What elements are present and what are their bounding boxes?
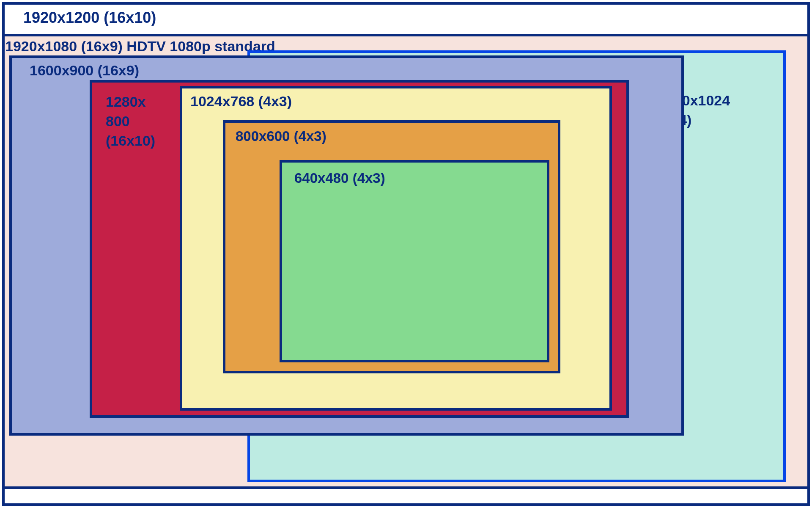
resolution-diagram: 812x508 (16x10) 1920x1080 (16x9) HDTV … xyxy=(0,0,812,508)
label-1920x1080: 1920x1080 (16x9) HDTV 1080p standard xyxy=(5,37,275,56)
label-1600x900: 1600x900 (16x9) xyxy=(30,61,139,80)
label-640x480: 640x480 (4x3) xyxy=(294,169,385,188)
box-640x480 xyxy=(280,160,549,362)
label-812x508: 812x508 (16x10) xyxy=(23,8,156,28)
label-1024x768: 1024x768 (4x3) xyxy=(190,92,292,111)
label-1280x800: 1280x 800 (16x10) xyxy=(106,92,155,151)
label-800x600: 800x600 (4x3) xyxy=(236,127,326,146)
